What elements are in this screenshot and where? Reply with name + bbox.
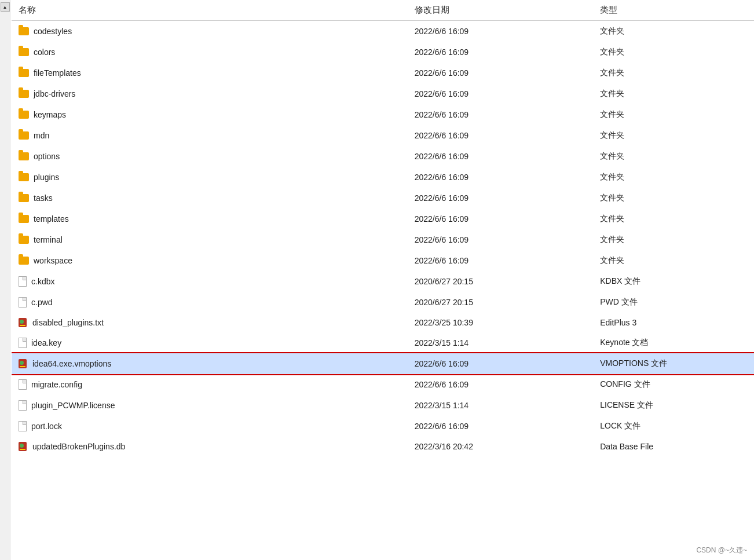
file-name-text: templates	[34, 214, 69, 224]
file-name-text: updatedBrokenPlugins.db	[32, 442, 125, 451]
folder-icon	[19, 48, 29, 56]
file-name-text: migrate.config	[31, 380, 82, 389]
file-icon	[19, 379, 27, 390]
file-date-cell: 2022/3/15 1:14	[408, 395, 594, 416]
file-name-cell: options	[12, 146, 408, 167]
file-date-cell: 2022/6/6 16:09	[408, 229, 594, 250]
file-icon	[19, 421, 27, 431]
watermark: CSDN @~久违~	[696, 546, 747, 555]
file-date-cell: 2022/6/6 16:09	[408, 146, 594, 167]
file-type-cell: 文件夹	[593, 42, 754, 63]
file-name-text: c.pwd	[31, 298, 53, 307]
file-date-cell: 2022/6/6 16:09	[408, 416, 594, 437]
folder-icon	[19, 27, 29, 35]
file-date-cell: 2022/6/6 16:09	[408, 250, 594, 271]
file-type-cell: 文件夹	[593, 167, 754, 188]
file-date-cell: 2022/6/6 16:09	[408, 21, 594, 42]
folder-icon	[19, 69, 29, 77]
file-name-text: plugin_PCWMP.license	[31, 401, 115, 410]
table-row[interactable]: keymaps2022/6/6 16:09文件夹	[12, 104, 754, 125]
file-name-text: c.kdbx	[31, 277, 54, 286]
file-type-cell: KDBX 文件	[593, 271, 754, 292]
file-icon	[19, 297, 27, 308]
folder-icon	[19, 215, 29, 223]
table-header-row: 名称 修改日期 类型	[12, 0, 754, 21]
file-name-text: fileTemplates	[34, 68, 81, 78]
file-type-cell: Keynote 文档	[593, 332, 754, 353]
table-row[interactable]: idea64.exe.vmoptions2022/6/6 16:09VMOPTI…	[12, 353, 754, 374]
table-row[interactable]: terminal2022/6/6 16:09文件夹	[12, 229, 754, 250]
file-date-cell: 2020/6/27 20:15	[408, 271, 594, 292]
file-type-cell: Data Base File	[593, 437, 754, 456]
file-date-cell: 2022/3/25 10:39	[408, 313, 594, 332]
file-type-cell: LOCK 文件	[593, 416, 754, 437]
folder-icon	[19, 152, 29, 160]
file-name-cell: terminal	[12, 229, 408, 250]
file-name-cell: codestyles	[12, 21, 408, 42]
file-date-cell: 2022/6/6 16:09	[408, 63, 594, 83]
table-row[interactable]: tasks2022/6/6 16:09文件夹	[12, 188, 754, 208]
file-name-text: disabled_plugins.txt	[32, 318, 104, 327]
folder-icon	[19, 131, 29, 140]
table-row[interactable]: jdbc-drivers2022/6/6 16:09文件夹	[12, 83, 754, 104]
file-name-cell: colors	[12, 42, 408, 63]
table-row[interactable]: fileTemplates2022/6/6 16:09文件夹	[12, 63, 754, 83]
file-date-cell: 2022/3/15 1:14	[408, 332, 594, 353]
table-row[interactable]: port.lock2022/6/6 16:09LOCK 文件	[12, 416, 754, 437]
file-name-text: port.lock	[31, 422, 62, 431]
file-name-text: plugins	[34, 173, 59, 182]
file-name-cell: fileTemplates	[12, 63, 408, 83]
file-icon	[19, 400, 27, 411]
file-type-cell: 文件夹	[593, 188, 754, 208]
file-name-text: terminal	[34, 235, 63, 244]
file-date-cell: 2022/6/6 16:09	[408, 188, 594, 208]
file-date-cell: 2022/3/16 20:42	[408, 437, 594, 456]
file-name-text: codestyles	[34, 27, 72, 36]
file-list-container: 名称 修改日期 类型 codestyles2022/6/6 16:09文件夹co…	[12, 0, 754, 560]
file-name-cell: workspace	[12, 250, 408, 271]
file-name-text: jdbc-drivers	[34, 89, 75, 98]
file-name-cell: migrate.config	[12, 374, 408, 395]
file-type-cell: 文件夹	[593, 83, 754, 104]
file-name-cell: tasks	[12, 188, 408, 208]
col-header-type[interactable]: 类型	[593, 0, 754, 21]
file-date-cell: 2022/6/6 16:09	[408, 104, 594, 125]
file-type-cell: PWD 文件	[593, 292, 754, 313]
file-type-cell: 文件夹	[593, 229, 754, 250]
file-type-cell: 文件夹	[593, 146, 754, 167]
table-row[interactable]: plugins2022/6/6 16:09文件夹	[12, 167, 754, 188]
file-type-cell: 文件夹	[593, 125, 754, 146]
file-name-text: mdn	[34, 131, 49, 140]
file-date-cell: 2022/6/6 16:09	[408, 83, 594, 104]
table-row[interactable]: updatedBrokenPlugins.db2022/3/16 20:42Da…	[12, 437, 754, 456]
table-row[interactable]: migrate.config2022/6/6 16:09CONFIG 文件	[12, 374, 754, 395]
file-type-cell: LICENSE 文件	[593, 395, 754, 416]
file-date-cell: 2022/6/6 16:09	[408, 374, 594, 395]
table-row[interactable]: plugin_PCWMP.license2022/3/15 1:14LICENS…	[12, 395, 754, 416]
table-row[interactable]: mdn2022/6/6 16:09文件夹	[12, 125, 754, 146]
table-row[interactable]: colors2022/6/6 16:09文件夹	[12, 42, 754, 63]
scroll-up-button[interactable]: ▲	[1, 2, 10, 12]
file-date-cell: 2022/6/6 16:09	[408, 208, 594, 229]
folder-icon	[19, 173, 29, 181]
file-icon	[19, 338, 27, 348]
col-header-name[interactable]: 名称	[12, 0, 408, 21]
file-name-text: colors	[34, 47, 55, 57]
scrollbar[interactable]: ▲	[0, 0, 10, 560]
table-row[interactable]: options2022/6/6 16:09文件夹	[12, 146, 754, 167]
table-row[interactable]: codestyles2022/6/6 16:09文件夹	[12, 21, 754, 42]
table-row[interactable]: templates2022/6/6 16:09文件夹	[12, 208, 754, 229]
file-type-cell: VMOPTIONS 文件	[593, 353, 754, 374]
file-icon	[19, 276, 27, 287]
file-name-cell: keymaps	[12, 104, 408, 125]
table-row[interactable]: c.pwd2020/6/27 20:15PWD 文件	[12, 292, 754, 313]
table-row[interactable]: idea.key2022/3/15 1:14Keynote 文档	[12, 332, 754, 353]
table-row[interactable]: workspace2022/6/6 16:09文件夹	[12, 250, 754, 271]
table-row[interactable]: disabled_plugins.txt2022/3/25 10:39EditP…	[12, 313, 754, 332]
file-name-text: workspace	[34, 256, 72, 265]
col-header-date[interactable]: 修改日期	[408, 0, 594, 21]
file-explorer: ▲ 名称 修改日期 类型 codestyles2022/6/6 16:09文件夹…	[0, 0, 754, 560]
file-name-cell: c.pwd	[12, 292, 408, 313]
table-row[interactable]: c.kdbx2020/6/27 20:15KDBX 文件	[12, 271, 754, 292]
folder-icon	[19, 111, 29, 119]
